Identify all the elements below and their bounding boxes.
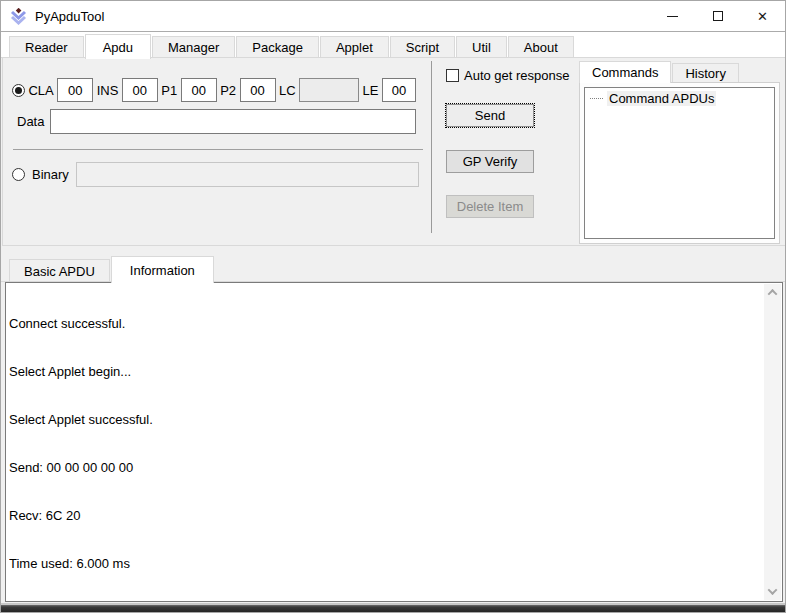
lc-field (299, 78, 359, 102)
tab-manager[interactable]: Manager (152, 36, 235, 58)
tab-util[interactable]: Util (456, 36, 507, 58)
log-line: Select Applet successful. (9, 412, 762, 428)
p2-field[interactable]: 00 (240, 78, 276, 102)
vertical-separator (431, 61, 432, 233)
tab-basic-apdu[interactable]: Basic APDU (9, 259, 110, 282)
cla-field[interactable]: 00 (57, 78, 93, 102)
tree-root-label: Command APDUs (607, 91, 716, 106)
tab-commands[interactable]: Commands (579, 61, 671, 83)
log-line: Send: 00 00 00 00 00 (9, 460, 762, 476)
ins-label: INS (97, 83, 119, 98)
chevron-down-icon (768, 585, 778, 595)
minimize-icon (667, 16, 678, 17)
minimize-button[interactable] (650, 1, 695, 31)
auto-get-response-label: Auto get response (464, 68, 570, 83)
binary-row: Binary (12, 162, 419, 187)
cla-label: CLA (28, 83, 53, 98)
main-tab-strip: Reader Apdu Manager Package Applet Scrip… (1, 32, 785, 58)
data-input[interactable] (50, 109, 416, 134)
binary-input (76, 162, 419, 187)
horizontal-separator (13, 149, 423, 150)
title-bar: PyApduTool ✕ (1, 1, 785, 31)
log-line: Recv: 6C 20 (9, 508, 762, 524)
app-window: PyApduTool ✕ Reader Apdu Manager Package… (0, 0, 786, 613)
chevron-up-icon (768, 289, 778, 299)
scroll-down-button[interactable] (764, 583, 781, 600)
ins-field[interactable]: 00 (122, 78, 158, 102)
tab-applet[interactable]: Applet (320, 36, 389, 58)
le-field[interactable]: 00 (382, 78, 416, 102)
tab-package[interactable]: Package (236, 36, 319, 58)
bottom-tab-strip: Basic APDU Information (9, 255, 215, 282)
gp-verify-button[interactable]: GP Verify (446, 150, 534, 173)
tab-script[interactable]: Script (390, 36, 455, 58)
send-button[interactable]: Send (446, 104, 534, 127)
window-title: PyApduTool (35, 9, 104, 24)
maximize-button[interactable] (695, 1, 740, 31)
commands-tab-strip: Commands History (579, 60, 740, 82)
p1-label: P1 (161, 83, 177, 98)
log-scrollbar[interactable] (764, 284, 781, 600)
binary-radio[interactable] (12, 168, 25, 181)
radio-selected-dot (15, 87, 22, 94)
log-line: Select Applet begin... (9, 364, 762, 380)
close-button[interactable]: ✕ (740, 1, 785, 31)
command-apdu-tree[interactable]: Command APDUs (584, 87, 775, 239)
tab-information[interactable]: Information (111, 256, 214, 283)
tab-about[interactable]: About (508, 36, 574, 58)
maximize-icon (713, 11, 723, 21)
tab-reader[interactable]: Reader (9, 36, 84, 58)
apdu-tab-page: CLA 00 INS 00 P1 00 P2 00 LC LE 00 Data … (2, 58, 786, 246)
app-icon (10, 8, 27, 25)
background-taskbar-strip (1, 605, 785, 613)
data-label: Data (17, 114, 44, 129)
le-label: LE (363, 83, 379, 98)
commands-panel: Command APDUs (579, 82, 780, 244)
information-log[interactable]: Connect successful. Select Applet begin.… (5, 282, 783, 602)
tree-dotted-connector (590, 98, 603, 99)
close-icon: ✕ (757, 9, 768, 24)
log-line: Connect successful. (9, 316, 762, 332)
log-text: Connect successful. Select Applet begin.… (9, 284, 762, 599)
p2-label: P2 (220, 83, 236, 98)
apdu-header-row: CLA 00 INS 00 P1 00 P2 00 LC LE 00 (12, 78, 416, 102)
tab-apdu[interactable]: Apdu (85, 34, 151, 59)
auto-get-response-checkbox[interactable] (446, 69, 459, 82)
lc-label: LC (279, 83, 296, 98)
tab-history[interactable]: History (672, 63, 738, 82)
auto-get-response-row: Auto get response (446, 68, 570, 83)
tree-item[interactable]: Command APDUs (587, 91, 772, 106)
log-line: Time used: 6.000 ms (9, 556, 762, 572)
p1-field[interactable]: 00 (181, 78, 217, 102)
binary-label: Binary (32, 167, 69, 182)
scroll-up-button[interactable] (764, 284, 781, 301)
cla-radio[interactable] (12, 84, 25, 97)
delete-item-button: Delete Item (446, 195, 534, 218)
